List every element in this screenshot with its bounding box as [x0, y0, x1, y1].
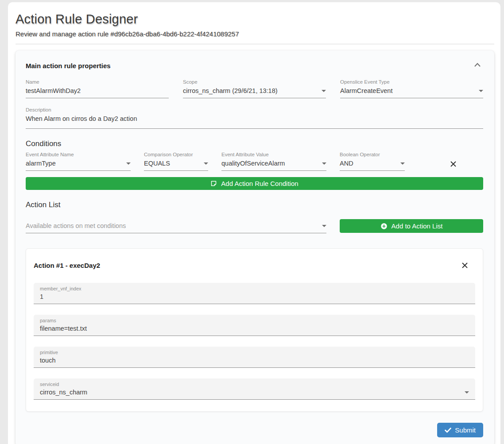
scope-value: cirros_ns_charm (29/6/21, 13:18) — [183, 87, 278, 94]
boolean-operator-select[interactable]: Boolean Operator AND — [340, 152, 405, 171]
action-rule-card: Main action rule properties Name testAla… — [16, 50, 494, 444]
name-label: Name — [26, 79, 169, 85]
scope-select[interactable]: Scope cirros_ns_charm (29/6/21, 13:18) — [183, 79, 326, 98]
serviceid-label: serviceid — [40, 382, 469, 387]
action-card: Action #1 - execDay2 member_vnf_index 1 … — [26, 248, 483, 412]
note-add-icon — [210, 180, 217, 187]
description-field[interactable]: Description When Alarm on cirros do a Da… — [26, 107, 483, 129]
comparison-operator-value: EQUALS — [144, 160, 170, 167]
submit-button[interactable]: Submit — [437, 423, 483, 437]
action-card-title: Action #1 - execDay2 — [34, 262, 100, 269]
scope-label: Scope — [183, 79, 326, 85]
submit-row: Submit — [26, 423, 483, 437]
event-attribute-value-value: qualityOfServiceAlarm — [221, 160, 285, 167]
available-actions-select[interactable]: Available actions on met conditions — [26, 222, 326, 233]
caret-down-icon — [322, 162, 326, 165]
name-field[interactable]: Name testAlarmWithDay2 — [26, 79, 169, 98]
params-field[interactable]: params filename=test.txt — [34, 315, 475, 336]
params-label: params — [40, 318, 469, 323]
add-to-action-list-label: Add to Action List — [392, 222, 443, 230]
event-type-select[interactable]: Openslice Event Type AlarmCreateEvent — [340, 79, 483, 98]
page-header: Action Rule Designer Review and manage a… — [16, 2, 494, 44]
action-list-title: Action List — [26, 201, 483, 209]
member-vnf-index-value: 1 — [40, 293, 43, 300]
available-actions-placeholder: Available actions on met conditions — [26, 222, 126, 229]
description-label: Description — [26, 107, 483, 112]
primitive-label: primitive — [40, 350, 469, 355]
chevron-up-icon — [474, 63, 481, 67]
member-vnf-index-label: member_vnf_index — [40, 286, 469, 291]
remove-condition-button[interactable] — [449, 160, 457, 168]
comparison-operator-select[interactable]: Comparison Operator EQUALS — [144, 152, 208, 171]
comparison-operator-label: Comparison Operator — [144, 152, 208, 157]
name-value: testAlarmWithDay2 — [26, 87, 81, 94]
caret-down-icon — [204, 162, 208, 165]
caret-down-icon — [322, 225, 326, 227]
event-attribute-name-label: Event Attribute Name — [26, 152, 131, 157]
check-icon — [445, 428, 451, 433]
serviceid-select[interactable]: serviceid cirros_ns_charm — [34, 378, 475, 400]
params-value: filename=test.txt — [40, 325, 87, 332]
caret-down-icon — [322, 90, 326, 92]
boolean-operator-label: Boolean Operator — [340, 152, 405, 157]
add-to-action-list-button[interactable]: Add to Action List — [340, 219, 483, 233]
caret-down-icon — [126, 162, 131, 165]
main-panel: Action Rule Designer Review and manage a… — [8, 2, 500, 444]
caret-down-icon — [465, 391, 469, 394]
plus-circle-icon — [380, 223, 388, 230]
event-type-value: AlarmCreateEvent — [340, 87, 392, 94]
event-type-label: Openslice Event Type — [340, 79, 483, 85]
collapse-card-button[interactable] — [472, 62, 483, 68]
add-condition-label: Add Action Rule Condition — [221, 180, 298, 187]
primitive-field[interactable]: primitive touch — [34, 347, 475, 368]
close-icon — [450, 161, 457, 167]
member-vnf-index-field[interactable]: member_vnf_index 1 — [34, 283, 475, 304]
serviceid-value: cirros_ns_charm — [40, 389, 87, 396]
event-attribute-name-value: alarmType — [26, 160, 56, 167]
caret-down-icon — [400, 162, 405, 165]
submit-label: Submit — [455, 426, 476, 434]
caret-down-icon — [479, 90, 483, 92]
description-value: When Alarm on cirros do a Day2 action — [26, 115, 137, 122]
page-subtitle: Review and manage action rule #d96cb26a-… — [16, 30, 494, 38]
close-icon — [461, 262, 468, 269]
action-picker-row: Available actions on met conditions Add … — [26, 219, 483, 233]
add-condition-button[interactable]: Add Action Rule Condition — [26, 177, 483, 190]
remove-action-button[interactable] — [461, 261, 469, 270]
boolean-operator-value: AND — [340, 160, 353, 167]
condition-row: Event Attribute Name alarmType Compariso… — [26, 152, 483, 171]
card-title: Main action rule properties — [26, 62, 111, 69]
primitive-value: touch — [40, 357, 55, 364]
event-attribute-value-label: Event Attribute Value — [221, 152, 326, 157]
event-attribute-value-select[interactable]: Event Attribute Value qualityOfServiceAl… — [221, 152, 326, 171]
page-title: Action Rule Designer — [16, 12, 494, 27]
conditions-title: Conditions — [26, 139, 483, 148]
event-attribute-name-select[interactable]: Event Attribute Name alarmType — [26, 152, 131, 171]
